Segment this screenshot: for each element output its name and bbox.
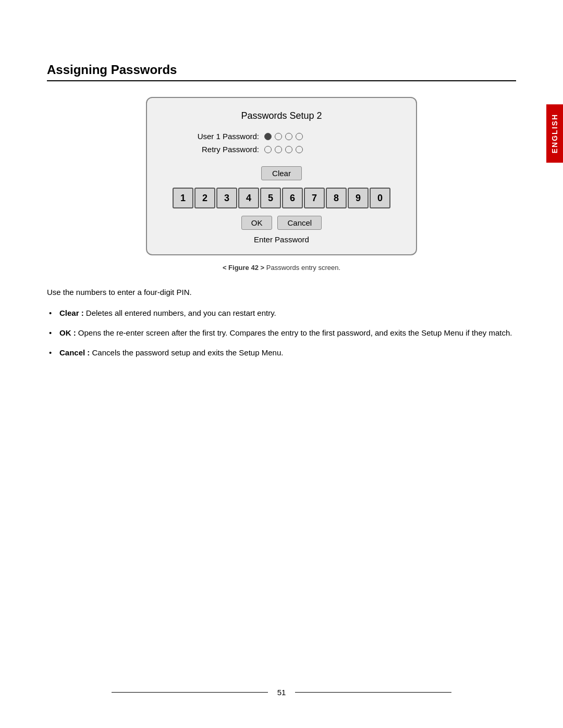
dialog-box: Passwords Setup 2 User 1 Password: Retry… [146, 97, 417, 255]
action-buttons: OK Cancel [241, 216, 322, 230]
list-item-clear: Clear : Deletes all entered numbers, and… [47, 307, 516, 319]
retry-password-row: Retry Password: [176, 145, 303, 154]
ok-bold: OK : [59, 328, 76, 337]
user1-dots [264, 133, 303, 140]
retry-dot-1 [264, 146, 272, 153]
section-title: Assigning Passwords [47, 63, 516, 81]
dialog-title: Passwords Setup 2 [241, 110, 322, 121]
retry-dot-2 [275, 146, 282, 153]
figure-caption: < Figure 42 > Passwords entry screen. [47, 264, 516, 272]
body-intro: Use the numbers to enter a four-digit PI… [47, 286, 516, 299]
cancel-bold: Cancel : [59, 348, 90, 357]
key-8[interactable]: 8 [326, 188, 347, 208]
key-1[interactable]: 1 [173, 188, 193, 208]
clear-bold: Clear : [59, 309, 84, 317]
list-item-ok: OK : Opens the re-enter screen after the… [47, 327, 516, 339]
dot-1 [264, 133, 272, 140]
retry-password-label: Retry Password: [176, 145, 259, 154]
footer-line-right [295, 692, 451, 693]
dialog-wrapper: Passwords Setup 2 User 1 Password: Retry… [47, 97, 516, 255]
key-6[interactable]: 6 [282, 188, 303, 208]
ok-button[interactable]: OK [241, 216, 273, 230]
user1-password-row: User 1 Password: [176, 132, 303, 141]
dot-4 [296, 133, 303, 140]
dot-3 [285, 133, 292, 140]
ok-text: Opens the re-enter screen after the firs… [78, 328, 512, 337]
retry-dot-3 [285, 146, 292, 153]
clear-text: Deletes all entered numbers, and you can… [86, 309, 276, 317]
clear-button[interactable]: Clear [261, 166, 302, 180]
key-5[interactable]: 5 [260, 188, 281, 208]
key-9[interactable]: 9 [348, 188, 369, 208]
figure-text: Passwords entry screen. [266, 264, 340, 272]
bullet-list: Clear : Deletes all entered numbers, and… [47, 307, 516, 359]
page-container: ENGLISH Assigning Passwords Passwords Se… [0, 0, 563, 728]
figure-number: < Figure 42 > [223, 264, 264, 272]
key-3[interactable]: 3 [216, 188, 237, 208]
page-number: 51 [268, 688, 296, 697]
key-4[interactable]: 4 [238, 188, 259, 208]
footer-line-left [112, 692, 268, 693]
cancel-button[interactable]: Cancel [277, 216, 322, 230]
retry-dots [264, 146, 303, 153]
key-0[interactable]: 0 [370, 188, 390, 208]
enter-password-label: Enter Password [254, 235, 309, 244]
numpad: 1 2 3 4 5 6 7 8 9 0 [172, 188, 391, 208]
cancel-text: Cancels the password setup and exits the… [92, 348, 284, 357]
key-2[interactable]: 2 [194, 188, 215, 208]
list-item-cancel: Cancel : Cancels the password setup and … [47, 347, 516, 359]
key-7[interactable]: 7 [304, 188, 325, 208]
retry-dot-4 [296, 146, 303, 153]
password-fields: User 1 Password: Retry Password: [176, 132, 403, 158]
english-tab: ENGLISH [546, 104, 563, 163]
page-footer: 51 [0, 688, 563, 697]
dot-2 [275, 133, 282, 140]
user1-password-label: User 1 Password: [176, 132, 259, 141]
